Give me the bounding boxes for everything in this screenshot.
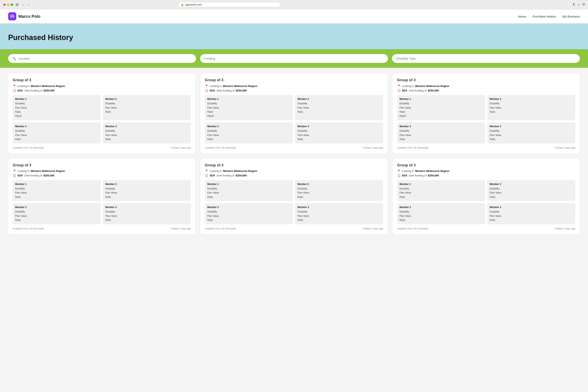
location-icon: 📍 — [13, 84, 16, 88]
location-icon: 📍 — [397, 170, 400, 173]
member-line: PBSP — [15, 114, 98, 118]
location-search-field[interactable]: 🔍 — [8, 54, 196, 63]
funding-label: Joint funding of — [24, 174, 42, 177]
location-input[interactable] — [18, 57, 192, 60]
funding-icon: 📋 — [397, 89, 400, 92]
member-line: PBSP — [400, 114, 483, 118]
member-line: Ratio — [490, 218, 573, 222]
back-button[interactable]: ‹ — [21, 2, 24, 7]
member-label: Member 1 — [15, 97, 98, 101]
member-label: Member 3 — [15, 124, 98, 128]
member-line: Disability — [298, 186, 381, 191]
member-label: Member 3 — [298, 205, 381, 209]
member-line: Ratio — [400, 195, 483, 199]
member-label: Member 3 — [15, 205, 98, 209]
funding-type: SDA — [210, 174, 215, 177]
member-label: Member 2 — [298, 182, 381, 186]
funding-search-field[interactable] — [200, 54, 388, 63]
looking-in-label: Looking in — [210, 170, 222, 172]
page-title: Purchased History — [8, 33, 580, 42]
address-bar[interactable]: 🔒 appname.com — [178, 2, 280, 7]
funding-amount: $250,000 — [236, 174, 247, 177]
member-line: Plan Value — [15, 133, 98, 137]
sidebar-toggle-icon[interactable]: ⊞ — [16, 2, 18, 7]
member-box-3-0: Member 1 DisabilityPlan ValueRatio — [13, 180, 101, 201]
member-line: Ratio — [400, 218, 483, 222]
new-tab-icon[interactable]: ＋ — [577, 2, 580, 7]
nav-my-business[interactable]: My Business — [562, 15, 580, 18]
funding-icon: 📋 — [13, 174, 16, 177]
disability-search-field[interactable] — [392, 54, 580, 63]
minimize-window-button[interactable] — [7, 4, 10, 6]
members-grid: Member 1 DisabilityPlan ValueRatio Membe… — [205, 180, 383, 224]
location-value: Western Melbourne Region — [223, 170, 257, 172]
member-line: Plan Value — [15, 214, 98, 218]
member-line: Disability — [207, 186, 290, 191]
main-content: Group of 3 📍 Looking in Western Melbourn… — [0, 68, 588, 245]
member-line: Ratio — [207, 218, 290, 222]
member-line: Disability — [400, 210, 483, 214]
card-3[interactable]: Group of 3 📍 Looking in Western Melbourn… — [8, 159, 196, 234]
funding-icon: 📋 — [205, 89, 208, 92]
member-label: Member 1 — [400, 97, 483, 101]
member-label: Member 3 — [207, 205, 290, 209]
member-label: Member 1 — [207, 182, 290, 186]
cards-grid: Group of 3 📍 Looking in Western Melbourn… — [8, 74, 580, 234]
card-4[interactable]: Group of 3 📍 Looking in Western Melbourn… — [200, 159, 388, 234]
card-title: Group of 3 — [205, 78, 383, 82]
maximize-window-button[interactable] — [10, 4, 13, 6]
card-footer: Available from 7th November Posted 2 day… — [13, 227, 191, 230]
download-icon[interactable]: ⬇ — [572, 2, 575, 7]
card-title: Group of 3 — [13, 78, 191, 82]
looking-in-label: Looking in — [17, 170, 30, 172]
looking-in-label: Looking in — [402, 170, 414, 172]
card-0[interactable]: Group of 3 📍 Looking in Western Melbourn… — [8, 74, 196, 154]
member-label: Member 3 — [490, 124, 573, 128]
member-line: Ratio — [105, 195, 189, 199]
card-funding: 📋 SDA Joint funding of $250,000 — [205, 174, 383, 177]
card-5[interactable]: Group of 3 📍 Looking in Western Melbourn… — [392, 159, 580, 234]
tabs-icon[interactable]: ⧉ — [582, 2, 585, 7]
funding-label: Joint funding of — [408, 174, 426, 177]
card-location: 📍 Looking in Western Melbourne Region — [397, 170, 575, 173]
nav-home[interactable]: Home — [518, 15, 526, 18]
member-line: Disability — [400, 186, 483, 191]
search-bar: 🔍 — [0, 49, 588, 68]
forward-button[interactable]: › — [27, 2, 30, 7]
member-line: Ratio — [15, 195, 98, 199]
funding-input[interactable] — [204, 57, 384, 60]
member-line: Ratio — [490, 110, 573, 114]
card-title: Group of 3 — [205, 163, 383, 168]
svg-point-0 — [12, 16, 13, 16]
member-box-1-1: Member 2 DisabilityPlan ValueRatio — [295, 95, 383, 120]
funding-amount: $250,000 — [44, 174, 54, 177]
member-box-5-0: Member 1 DisabilityPlan ValueRatio — [397, 180, 485, 201]
member-box-5-2: Member 3 DisabilityPlan ValueRatio — [397, 203, 485, 224]
funding-icon: 📋 — [13, 89, 16, 92]
member-box-1-3: Member 3 DisabilityPlan ValueRatio — [295, 122, 383, 144]
member-label: Member 1 — [400, 182, 483, 186]
member-label: Member 3 — [105, 205, 189, 209]
nav-purchase-history[interactable]: Purchase History — [533, 15, 556, 18]
card-funding: 📋 SDA Joint funding of $250,000 — [205, 89, 383, 92]
location-icon: 📍 — [397, 84, 400, 88]
member-line: Plan Value — [207, 133, 290, 137]
member-line: Disability — [15, 129, 98, 133]
available-date: Available from 7th November — [397, 146, 429, 149]
member-label: Member 2 — [105, 182, 189, 186]
close-window-button[interactable] — [3, 4, 6, 6]
member-line: Disability — [298, 129, 381, 133]
card-2[interactable]: Group of 3 📍 Looking in Western Melbourn… — [392, 74, 580, 154]
card-footer: Available from 7th November Posted 2 day… — [397, 227, 575, 230]
member-line: Ratio — [298, 110, 381, 114]
hero-section: Purchased History — [0, 24, 588, 49]
member-line: Plan Value — [298, 106, 381, 110]
card-1[interactable]: Group of 3 📍 Looking in Western Melbourn… — [200, 74, 388, 154]
member-line: Disability — [15, 186, 98, 191]
location-value: Western Melbourne Region — [415, 84, 449, 88]
posted-time: Posted 2 days ago — [171, 227, 191, 230]
funding-label: Joint funding of — [408, 89, 426, 92]
member-label: Member 1 — [207, 97, 290, 101]
looking-in-label: Looking in — [402, 84, 414, 88]
disability-input[interactable] — [396, 57, 576, 60]
